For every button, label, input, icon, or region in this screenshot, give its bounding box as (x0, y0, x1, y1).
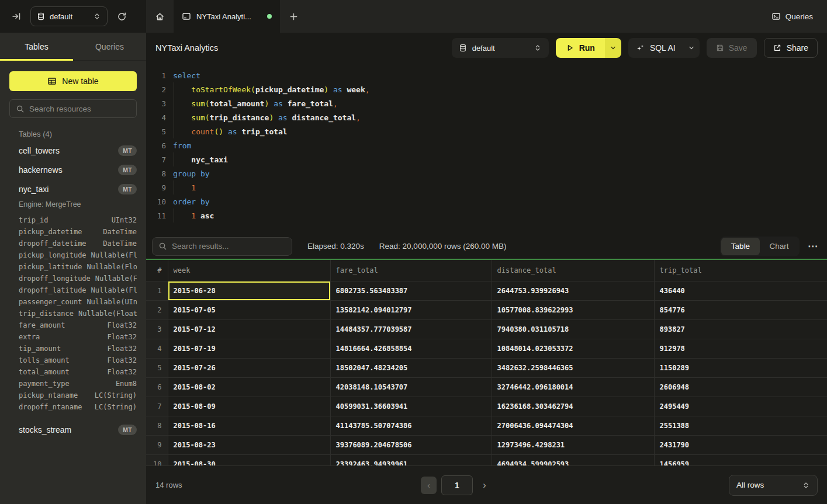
code-line[interactable]: 1select (146, 68, 827, 82)
table-cell[interactable]: 3482632.2598446365 (492, 358, 654, 377)
code-line[interactable]: 11 1 asc (146, 208, 827, 223)
code-line[interactable]: 4 sum(trip_distance) as distance_total, (146, 110, 827, 124)
table-cell[interactable]: 893827 (654, 319, 827, 339)
run-button[interactable]: Run (556, 38, 605, 58)
home-button[interactable] (146, 0, 174, 33)
sidebar-item-stocks-stream[interactable]: stocks_stream MT (0, 420, 146, 439)
share-button[interactable]: Share (764, 38, 818, 58)
table-cell[interactable]: 2015-08-02 (168, 377, 330, 397)
code-line[interactable]: 10order by (146, 194, 827, 208)
row-number-cell[interactable]: 1 (146, 281, 168, 300)
column-header-week[interactable]: week (168, 260, 330, 281)
table-cell[interactable]: 2015-07-19 (168, 339, 330, 358)
row-number-cell[interactable]: 7 (146, 397, 168, 416)
sidebar-item-cell-towers[interactable]: cell_towers MT (0, 141, 146, 160)
table-cell[interactable]: 1456959 (654, 454, 827, 465)
table-cell[interactable]: 4694934.599902593 (492, 454, 654, 465)
sidebar-item-nyc-taxi[interactable]: nyc_taxi MT (0, 179, 146, 199)
refresh-icon[interactable] (117, 12, 127, 22)
column-header-row-number[interactable]: # (146, 260, 168, 281)
code-line[interactable]: 9 1 (146, 180, 827, 194)
table-cell[interactable]: 2015-07-05 (168, 300, 330, 319)
save-button[interactable]: Save (707, 38, 757, 58)
row-number-cell[interactable]: 6 (146, 377, 168, 397)
search-results-input[interactable] (172, 242, 286, 251)
table-cell[interactable]: 2495449 (654, 397, 827, 416)
query-database-selector[interactable]: default (452, 38, 549, 58)
table-cell[interactable]: 40599031.36603941 (330, 397, 492, 416)
code-line[interactable]: 6from (146, 138, 827, 152)
toggle-chart[interactable]: Chart (760, 238, 798, 255)
page-size-selector[interactable]: All rows (729, 475, 818, 496)
code-line[interactable]: 7 nyc_taxi (146, 152, 827, 166)
sidebar-item-hackernews[interactable]: hackernews MT (0, 160, 146, 179)
database-selector[interactable]: default (30, 6, 108, 26)
table-cell[interactable]: 2644753.939926943 (492, 281, 654, 300)
sidebar-tab-tables[interactable]: Tables (0, 33, 73, 60)
table-cell[interactable]: 23392463.94939961 (330, 454, 492, 465)
table-cell[interactable]: 2015-07-12 (168, 319, 330, 339)
table-cell[interactable]: 2015-07-26 (168, 358, 330, 377)
table-cell[interactable]: 2551388 (654, 416, 827, 435)
new-table-button[interactable]: New table (9, 71, 137, 91)
code-line[interactable]: 3 sum(total_amount) as fare_total, (146, 96, 827, 110)
table-cell[interactable]: 16236168.303462794 (492, 397, 654, 416)
table-cell[interactable]: 2606948 (654, 377, 827, 397)
table-cell[interactable]: 6802735.563483387 (330, 281, 492, 300)
more-options-icon[interactable]: ⋯ (808, 241, 818, 251)
column-header-distance_total[interactable]: distance_total (492, 260, 654, 281)
row-number-cell[interactable]: 5 (146, 358, 168, 377)
table-cell[interactable]: 7940380.031105718 (492, 319, 654, 339)
search-resources-input[interactable] (29, 105, 133, 113)
table-cell[interactable]: 2015-08-09 (168, 397, 330, 416)
table-cell[interactable]: 39376089.204678506 (330, 435, 492, 454)
table-cell[interactable]: 10848014.023053372 (492, 339, 654, 358)
code-line[interactable]: 2 toStartOfWeek(pickup_datetime) as week… (146, 82, 827, 96)
row-number-cell[interactable]: 9 (146, 435, 168, 454)
row-number-cell[interactable]: 10 (146, 454, 168, 465)
table-cell[interactable]: 14484357.777039587 (330, 319, 492, 339)
next-page-button[interactable]: › (477, 480, 492, 491)
column-header-trip_total[interactable]: trip_total (654, 260, 827, 281)
row-number-cell[interactable]: 3 (146, 319, 168, 339)
table-cell[interactable]: 12973496.4298231 (492, 435, 654, 454)
row-number-cell[interactable]: 8 (146, 416, 168, 435)
row-number-cell[interactable]: 4 (146, 339, 168, 358)
row-number-cell[interactable]: 2 (146, 300, 168, 319)
table-cell[interactable]: 2015-08-23 (168, 435, 330, 454)
table-cell[interactable]: 854776 (654, 300, 827, 319)
table-cell[interactable]: 912978 (654, 339, 827, 358)
sql-ai-button[interactable]: SQL AI (628, 43, 683, 53)
table-cell[interactable]: 10577008.839622993 (492, 300, 654, 319)
tab-nytaxi-analytics[interactable]: NYTaxi Analyti... (174, 0, 280, 33)
table-cell[interactable]: 13582142.094012797 (330, 300, 492, 319)
column-type: Enum8 (116, 380, 137, 388)
sql-editor[interactable]: 1select2 toStartOfWeek(pickup_datetime) … (146, 63, 827, 234)
previous-page-button[interactable]: ‹ (421, 477, 437, 494)
code-line[interactable]: 5 count() as trip_total (146, 124, 827, 138)
table-cell[interactable]: 32746442.096180014 (492, 377, 654, 397)
code-line[interactable]: 8group by (146, 166, 827, 180)
new-tab-button[interactable] (280, 0, 307, 33)
table-cell[interactable]: 2015-08-30 (168, 454, 330, 465)
collapse-sidebar-icon[interactable] (12, 12, 21, 21)
table-cell[interactable]: 1150289 (654, 358, 827, 377)
sql-ai-options-button[interactable] (683, 44, 700, 51)
table-cell[interactable]: 2431790 (654, 435, 827, 454)
toggle-table[interactable]: Table (721, 238, 760, 255)
page-number-input[interactable]: 1 (441, 475, 473, 495)
column-header-fare_total[interactable]: fare_total (330, 260, 492, 281)
table-cell[interactable]: 436440 (654, 281, 827, 300)
table-cell[interactable]: 14816664.426858854 (330, 339, 492, 358)
table-cell[interactable]: 2015-06-28 (168, 281, 330, 300)
table-grid-icon (47, 77, 57, 86)
table-cell[interactable]: 42038148.10543707 (330, 377, 492, 397)
run-options-button[interactable] (605, 38, 621, 58)
table-cell[interactable]: 18502047.48234205 (330, 358, 492, 377)
queries-link[interactable]: Queries (771, 0, 813, 33)
table-cell[interactable]: 41143785.507074386 (330, 416, 492, 435)
sidebar-tab-queries[interactable]: Queries (73, 33, 146, 60)
table-cell[interactable]: 27006436.094474304 (492, 416, 654, 435)
line-number: 10 (151, 197, 166, 206)
table-cell[interactable]: 2015-08-16 (168, 416, 330, 435)
